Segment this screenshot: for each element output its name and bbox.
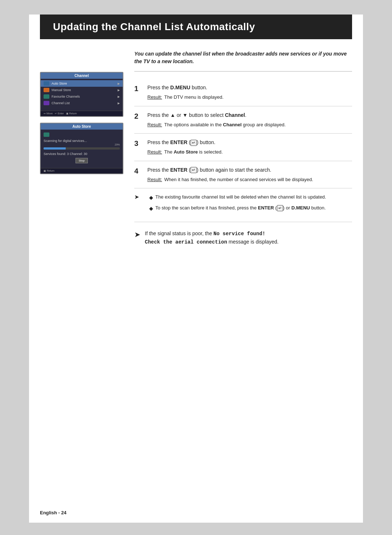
- note-1: ◆ The existing favourite channel list wi…: [142, 193, 326, 201]
- page: Updating the Channel List Automatically …: [29, 15, 363, 523]
- menu-icon: [44, 81, 49, 86]
- stop-button: Stop: [75, 158, 88, 163]
- scanning-text: Scanning for digital services...: [41, 138, 123, 143]
- steps-list: 1 Press the D.MENU button. Result: The D…: [134, 79, 352, 188]
- step-number-2: 2: [134, 111, 142, 128]
- warning-arrow-icon: ➤: [134, 230, 140, 239]
- channel-menu-screen: Channel Auto Store ▶ Manual Store ▶ F: [40, 72, 123, 117]
- step-1-content: Press the D.MENU button. Result: The DTV…: [147, 84, 352, 101]
- progress-label: 29%: [41, 143, 123, 146]
- result-text-2: The options available in the Channel gro…: [164, 121, 286, 128]
- step-1-action: Press the D.MENU button.: [147, 84, 352, 91]
- enter-symbol-note: ↵: [277, 205, 283, 211]
- step-1: 1 Press the D.MENU button. Result: The D…: [134, 79, 352, 106]
- menu-icon: [44, 101, 49, 105]
- menu-icon: [44, 94, 49, 99]
- result-text-1: The DTV menu is displayed.: [164, 94, 223, 101]
- notes-arrow-row: ➤ ◆ The existing favourite channel list …: [134, 193, 352, 215]
- step-1-result: Result: The DTV menu is displayed.: [147, 94, 352, 101]
- services-found-text: Services found: 3 Channel: 30: [41, 151, 123, 157]
- screen2-body: Scanning for digital services... 29% Ser…: [41, 130, 123, 168]
- menu-icon: [44, 88, 49, 92]
- auto-store-screen: Auto Store Scanning for digital services…: [40, 123, 123, 174]
- menu-item-channel-list: Channel List ▶: [41, 100, 123, 106]
- screen2-footer: ▣ Return: [41, 168, 123, 173]
- warning-text: If the signal status is poor, the No ser…: [145, 229, 278, 246]
- menu-item-manual-store: Manual Store ▶: [41, 87, 123, 93]
- title-bar: Updating the Channel List Automatically: [40, 15, 352, 39]
- menu-item-favourite-channels: Favourite Channels ▶: [41, 93, 123, 100]
- menu-item-auto-store: Auto Store ▶: [41, 80, 123, 87]
- page-footer: English - 24: [40, 510, 66, 515]
- enter-symbol-3: ↵: [191, 140, 197, 146]
- screen1-body: Auto Store ▶ Manual Store ▶ Favourite Ch…: [41, 79, 123, 111]
- screen2-icon: [44, 132, 49, 137]
- intro-paragraph: You can update the channel list when the…: [134, 50, 352, 72]
- result-label-2: Result:: [147, 121, 162, 128]
- result-label-4: Result:: [147, 176, 162, 183]
- notes-arrow-icon: ➤: [134, 193, 139, 200]
- step-number-3: 3: [134, 139, 142, 156]
- enter-symbol-4: ↵: [191, 167, 197, 173]
- step-3-result: Result: The Auto Store is selected.: [147, 148, 352, 156]
- note-2: ◆ To stop the scan before it has finishe…: [142, 204, 326, 212]
- progress-fill: [44, 147, 66, 150]
- step-2-content: Press the ▲ or ▼ button to select Channe…: [147, 111, 352, 128]
- step-3-action: Press the ENTER (↵) button.: [147, 139, 352, 146]
- step-number-4: 4: [134, 166, 142, 183]
- page-title: Updating the Channel List Automatically: [53, 21, 339, 33]
- page-number: English - 24: [40, 510, 66, 515]
- notes-section: ➤ ◆ The existing favourite channel list …: [134, 188, 352, 222]
- result-label-3: Result:: [147, 148, 162, 156]
- step-2: 2 Press the ▲ or ▼ button to select Chan…: [134, 106, 352, 134]
- result-text-3: The Auto Store is selected.: [164, 148, 222, 156]
- screen1-footer: ⇔ Move ↵ Enter ▣ Return: [41, 111, 123, 116]
- step-3-content: Press the ENTER (↵) button. Result: The …: [147, 139, 352, 156]
- content-area: Channel Auto Store ▶ Manual Store ▶ F: [29, 39, 363, 265]
- step-number-1: 1: [134, 84, 142, 101]
- step-4-result: Result: When it has finished, the number…: [147, 176, 352, 183]
- step-4-content: Press the ENTER (↵) button again to star…: [147, 166, 352, 183]
- step-2-result: Result: The options available in the Cha…: [147, 121, 352, 128]
- result-label-1: Result:: [147, 94, 162, 101]
- warning-section: ➤ If the signal status is poor, the No s…: [134, 222, 352, 254]
- step-4: 4 Press the ENTER (↵) button again to st…: [134, 161, 352, 189]
- step-4-action: Press the ENTER (↵) button again to star…: [147, 166, 352, 174]
- instructions-column: You can update the channel list when the…: [131, 50, 352, 254]
- screen2-title: Auto Store: [41, 123, 123, 130]
- progress-bar: [44, 147, 120, 150]
- step-2-action: Press the ▲ or ▼ button to select Channe…: [147, 111, 352, 119]
- step-3: 3 Press the ENTER (↵) button. Result: Th…: [134, 134, 352, 161]
- screenshots-column: Channel Auto Store ▶ Manual Store ▶ F: [40, 50, 123, 254]
- result-text-4: When it has finished, the number of scan…: [164, 176, 313, 183]
- screen1-title: Channel: [41, 73, 123, 79]
